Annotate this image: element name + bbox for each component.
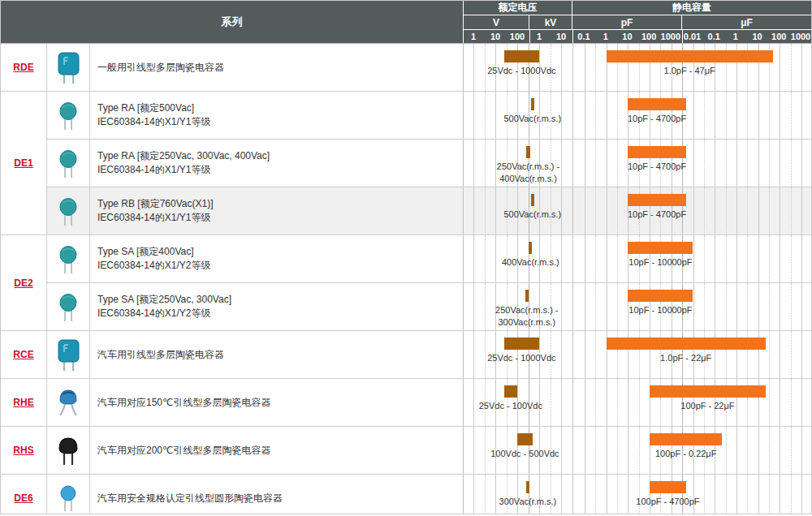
series-link-rhs[interactable]: RHS bbox=[13, 445, 33, 456]
grid-line bbox=[595, 235, 596, 282]
grid-line bbox=[747, 92, 748, 139]
capacitance-chart-cell: 100pF - 4700pF bbox=[572, 475, 811, 514]
grid-line bbox=[485, 187, 486, 234]
grid-line bbox=[780, 283, 780, 330]
grid-line bbox=[780, 187, 780, 234]
voltage-range-bar bbox=[525, 290, 529, 302]
grid-line bbox=[791, 140, 792, 187]
series-link-rhe[interactable]: RHE bbox=[13, 397, 33, 408]
grid-line bbox=[639, 475, 640, 514]
disc-capacitor-icon bbox=[58, 292, 79, 322]
grid-line bbox=[726, 235, 727, 282]
grid-line bbox=[617, 283, 618, 330]
grid-line bbox=[791, 331, 792, 378]
axis-tick: 1000 bbox=[661, 32, 680, 41]
grid-line bbox=[639, 379, 640, 426]
chart-header: 额定电压 静电容量 VkVpFμF 1101001100.11101001000… bbox=[464, 1, 811, 43]
grid-line bbox=[585, 44, 585, 91]
grid-line bbox=[595, 140, 596, 187]
capacitance-range-bar bbox=[650, 433, 722, 445]
table-row: 汽车用对应150℃引线型多层陶瓷电容器25Vdc - 100Vdc100pF -… bbox=[47, 379, 811, 426]
table-row: 汽车用安全规格认定引线型圆形陶瓷电容器300Vac(r.m.s.)100pF -… bbox=[47, 475, 811, 514]
icon-cell bbox=[47, 187, 90, 234]
series-link-rce[interactable]: RCE bbox=[13, 349, 33, 360]
axis-tick: 10 bbox=[752, 32, 762, 41]
voltage-range-bar bbox=[504, 50, 539, 62]
table-header: 系列 额定电压 静电容量 VkVpFμF 1101001100.11101001… bbox=[1, 1, 811, 44]
grid-line bbox=[758, 187, 759, 234]
table-row: Type SA [额定250Vac, 300Vac]IEC60384-14的X1… bbox=[47, 282, 811, 330]
grid-line bbox=[473, 427, 474, 474]
grid-line bbox=[747, 283, 748, 330]
series-link-de1[interactable]: DE1 bbox=[14, 157, 32, 169]
series-link-de2[interactable]: DE2 bbox=[14, 277, 32, 289]
series-link-de6[interactable]: DE6 bbox=[14, 492, 32, 504]
voltage-range-label: 250Vac(r.m.s.) -400Vac(r.m.s.) bbox=[497, 161, 559, 185]
grid-line bbox=[585, 187, 585, 234]
bent-lead-disc-capacitor-icon bbox=[55, 386, 81, 419]
box-capacitor-icon bbox=[54, 50, 82, 84]
voltage-range-label: 25Vdc - 1000Vdc bbox=[487, 352, 555, 364]
grid-line bbox=[758, 475, 759, 514]
capacitance-range-bar bbox=[628, 194, 685, 206]
grid-line bbox=[617, 235, 618, 282]
table-row: 一般用引线型多层陶瓷电容器25Vdc - 1000Vdc1.0pF - 47μF bbox=[47, 44, 811, 91]
voltage-chart-cell: 250Vac(r.m.s.) -400Vac(r.m.s.) bbox=[464, 140, 572, 187]
grid-line bbox=[704, 475, 705, 514]
capacitance-range-label: 1.0pF - 47μF bbox=[664, 65, 715, 77]
grid-line bbox=[747, 475, 748, 514]
grid-line bbox=[801, 187, 802, 234]
series-description: Type RB [额定760Vac(X1)]IEC60384-14的X1/Y1等… bbox=[90, 187, 464, 234]
series-cell: RCE bbox=[1, 331, 47, 378]
grid-line bbox=[736, 235, 737, 282]
grid-line bbox=[693, 475, 694, 514]
unit-header-pf: pF bbox=[572, 15, 682, 30]
voltage-chart-cell: 500Vac(r.m.s.) bbox=[464, 92, 572, 139]
grid-line bbox=[801, 475, 802, 514]
table-row: Type SA [额定400Vac]IEC60384-14的X1/Y2等级400… bbox=[47, 235, 811, 282]
grid-line bbox=[607, 140, 607, 187]
header-separator bbox=[682, 30, 683, 43]
series-group: DE2Type SA [额定400Vac]IEC60384-14的X1/Y2等级… bbox=[1, 235, 811, 331]
grid-line bbox=[693, 140, 694, 187]
grid-line bbox=[715, 140, 715, 187]
icon-cell bbox=[47, 92, 90, 139]
axis-tick: 100 bbox=[510, 32, 525, 41]
grid-line bbox=[495, 92, 496, 139]
voltage-range-label: 500Vac(r.m.s.) bbox=[504, 209, 562, 221]
grid-line bbox=[628, 427, 628, 474]
unit-header-kv: kV bbox=[529, 15, 572, 30]
series-subrows: Type RA [额定500Vac]IEC60384-14的X1/Y1等级500… bbox=[47, 92, 811, 234]
grid-line bbox=[801, 427, 802, 474]
grid-line bbox=[791, 44, 792, 91]
grid-line bbox=[595, 331, 596, 378]
voltage-range-label: 100Vdc - 500Vdc bbox=[490, 448, 559, 460]
axis-tick: 1 bbox=[733, 32, 738, 41]
grid-line bbox=[780, 235, 780, 282]
voltage-range-bar bbox=[526, 481, 529, 493]
capacitance-range-bar bbox=[650, 481, 686, 493]
voltage-range-bar bbox=[504, 385, 517, 398]
header-separator bbox=[529, 30, 530, 43]
grid-line bbox=[473, 235, 474, 282]
grid-line bbox=[595, 283, 596, 330]
capacitance-range-label: 10pF - 10000pF bbox=[628, 304, 692, 316]
series-link-rde[interactable]: RDE bbox=[13, 62, 33, 73]
voltage-range-bar bbox=[531, 194, 534, 206]
grid-line bbox=[607, 475, 607, 514]
capacitance-chart-cell: 100pF - 22μF bbox=[572, 379, 811, 426]
grid-line bbox=[801, 44, 802, 91]
grid-line bbox=[736, 475, 737, 514]
series-cell: DE2 bbox=[1, 235, 47, 330]
grid-line bbox=[617, 187, 618, 234]
voltage-range-label: 25Vdc - 100Vdc bbox=[479, 400, 542, 412]
capacitance-range-bar bbox=[628, 242, 693, 254]
header-separator bbox=[572, 30, 573, 43]
grid-line bbox=[801, 379, 802, 426]
grid-line bbox=[607, 92, 607, 139]
grid-line bbox=[791, 92, 792, 139]
grid-line bbox=[726, 187, 727, 234]
voltage-range-bar bbox=[529, 242, 532, 254]
capacitance-range-label: 10pF - 4700pF bbox=[628, 161, 686, 173]
grid-line bbox=[769, 92, 770, 139]
